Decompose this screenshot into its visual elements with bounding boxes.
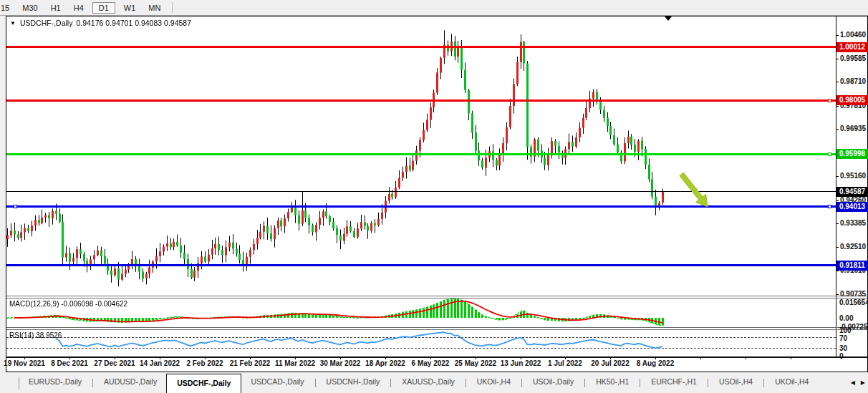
down-arrow-annotation[interactable]: [0, 0, 868, 393]
terminal-window: 15M30H1H4D1W1MN ▼USDCHF-,Daily0.94176 0.…: [0, 0, 868, 393]
down-arrow-shape[interactable]: [680, 173, 708, 207]
